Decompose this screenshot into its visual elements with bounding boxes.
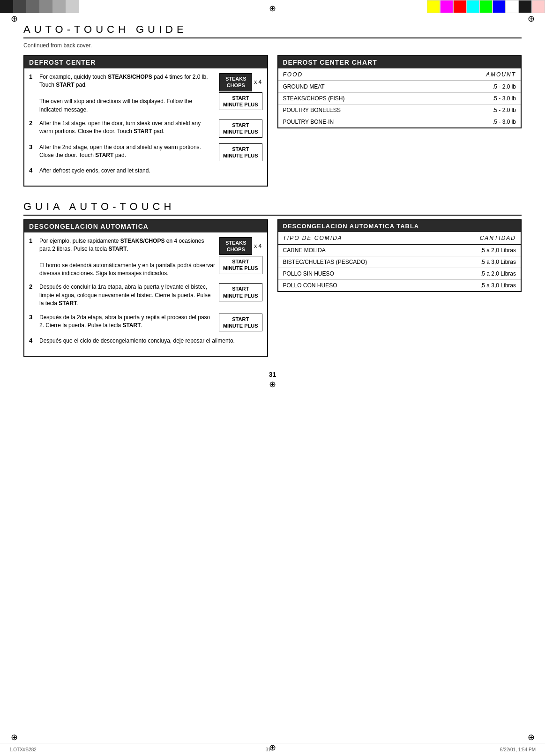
defrost-center-box: DEFROST CENTER 1 For example, quickly to… <box>23 55 268 187</box>
col-amount-es: CANTIDAD <box>441 232 521 245</box>
chart-food-en: GROUND MEAT <box>278 81 434 93</box>
footer-center-page: 31 <box>266 747 271 752</box>
defrost-center-content: 1 For example, quickly touch STEAKS/CHOP… <box>24 68 267 186</box>
steps-list-es: 1 Por ejemplo, pulse rapidamente STEAKS/… <box>29 237 262 345</box>
english-section: AUTO-TOUCH GUIDE Continued from back cov… <box>23 23 522 187</box>
defrost-center-content-es: 1 Por ejemplo, pulse rapidamente STEAKS/… <box>24 232 267 356</box>
chart-food-es: POLLO CON HUESO <box>278 279 441 291</box>
step-2-buttons-es: STARTMINUTE PLUS <box>219 283 262 301</box>
reg-mark-tr: ⊕ <box>526 14 536 23</box>
reg-mark-tl: ⊕ <box>9 14 19 23</box>
start-minute-plus-button-es-1[interactable]: STARTMINUTE PLUS <box>219 256 262 274</box>
defrost-chart-box-en: DEFROST CENTER CHART FOOD AMOUNT GROUND … <box>277 55 522 128</box>
chart-row-en: POULTRY BONE-IN.5 - 3.0 lb <box>278 116 521 128</box>
step-3-buttons-en: STARTMINUTE PLUS <box>219 143 262 162</box>
english-two-col: DEFROST CENTER 1 For example, quickly to… <box>23 55 522 187</box>
defrost-chart-box-es: DESCONGELACION AUTOMATICA TABLA TIPO DE … <box>277 219 522 292</box>
spanish-page-title: GUIA AUTO-TOUCH <box>23 201 522 216</box>
color-swatch <box>52 0 66 13</box>
step-3-es: 3 Después de la 2da etapa, abra la puert… <box>29 314 262 332</box>
chart-amount-en: .5 - 2.0 lb <box>434 105 521 116</box>
color-swatch <box>13 0 26 13</box>
step-1-text-en: For example, quickly touch STEAKS/CHOPS … <box>39 73 215 114</box>
continued-text: Continued from back cover. <box>23 42 522 49</box>
chart-row-es: BISTEC/CHULETAS (PESCADO),5 a 3,0 Libras <box>278 256 521 268</box>
spanish-section: GUIA AUTO-TOUCH DESCONGELACION AUTOMATIC… <box>23 201 522 357</box>
chart-row-es: CARNE MOLIDA,5 a 2,0 Libras <box>278 244 521 256</box>
color-swatch <box>427 0 440 13</box>
chart-food-en: POULTRY BONE-IN <box>278 116 434 128</box>
chart-row-en: GROUND MEAT.5 - 2.0 lb <box>278 81 521 93</box>
chart-food-en: STEAKS/CHOPS (FISH) <box>278 93 434 105</box>
start-minute-plus-button-3[interactable]: STARTMINUTE PLUS <box>219 143 262 162</box>
reg-mark-center-mid: ⊕ <box>268 380 277 389</box>
chart-row-en: POULTRY BONELESS.5 - 2.0 lb <box>278 105 521 116</box>
step-3-text-en: After the 2nd stage, open the door and s… <box>39 143 215 160</box>
step-2-es: 2 Después de concluir la 1ra etapa, abra… <box>29 283 262 307</box>
step-number-4-es: 4 <box>29 337 36 344</box>
start-minute-plus-button-es-2[interactable]: STARTMINUTE PLUS <box>219 283 262 301</box>
step-4-es: 4 Después que el ciclo de descongelamien… <box>29 337 262 345</box>
steaks-chops-button-1[interactable]: STEAKSCHOPS <box>219 73 252 91</box>
chart-amount-en: .5 - 3.0 lb <box>434 116 521 128</box>
chart-amount-en: .5 - 2.0 lb <box>434 81 521 93</box>
step-number-3-es: 3 <box>29 314 36 321</box>
defrost-center-header-es: DESCONGELACION AUTOMATICA <box>24 220 267 232</box>
step-1-en: 1 For example, quickly touch STEAKS/CHOP… <box>29 73 262 114</box>
steaks-chops-button-es-1[interactable]: STEAKSCHOPS <box>219 237 252 255</box>
chart-food-es: POLLO SIN HUESO <box>278 268 441 279</box>
color-swatch <box>440 0 453 13</box>
chart-amount-en: .5 - 3.0 lb <box>434 93 521 105</box>
step-number-4-en: 4 <box>29 167 36 174</box>
col-food-en: FOOD <box>278 68 434 81</box>
step-2-buttons-en: STARTMINUTE PLUS <box>219 120 262 138</box>
step-4-en: 4 After defrost cycle ends, cover and le… <box>29 167 262 175</box>
x-label-1: x 4 <box>254 79 261 85</box>
reg-mark-br: ⊕ <box>526 733 536 742</box>
step-number-1-es: 1 <box>29 237 36 244</box>
start-minute-plus-button-2[interactable]: STARTMINUTE PLUS <box>219 120 262 138</box>
color-swatch <box>453 0 466 13</box>
chart-amount-es: ,5 a 3,0 Libras <box>441 279 521 291</box>
color-swatch <box>39 0 52 13</box>
defrost-chart-right: DEFROST CENTER CHART FOOD AMOUNT GROUND … <box>277 55 522 187</box>
step-2-text-en: After the 1st stage, open the door, turn… <box>39 120 215 136</box>
step-2-en: 2 After the 1st stage, open the door, tu… <box>29 120 262 138</box>
chart-row-en: STEAKS/CHOPS (FISH).5 - 3.0 lb <box>278 93 521 105</box>
step-number-2-en: 2 <box>29 120 36 127</box>
step-1-es: 1 Por ejemplo, pulse rapidamente STEAKS/… <box>29 237 262 278</box>
color-swatch <box>519 0 532 13</box>
defrost-chart-header-es: DESCONGELACION AUTOMATICA TABLA <box>278 220 521 232</box>
defrost-chart-header-en: DEFROST CENTER CHART <box>278 56 521 68</box>
defrost-center-left-es: DESCONGELACION AUTOMATICA 1 Por ejemplo,… <box>23 219 268 357</box>
color-swatch <box>0 0 13 13</box>
color-swatch <box>506 0 519 13</box>
step-1-buttons-en: STEAKSCHOPS x 4 STARTMINUTE PLUS <box>219 73 262 110</box>
step-1-button-row-en: STEAKSCHOPS x 4 <box>219 73 261 91</box>
col-amount-en: AMOUNT <box>434 68 521 81</box>
step-number-3-en: 3 <box>29 143 36 150</box>
chart-row-es: POLLO SIN HUESO,5 a 2,0 Libras <box>278 268 521 279</box>
start-minute-plus-button-es-3[interactable]: STARTMINUTE PLUS <box>219 314 262 332</box>
step-number-1-en: 1 <box>29 73 36 80</box>
reg-mark-center-top: ⊕ <box>268 4 277 13</box>
color-swatch <box>26 0 39 13</box>
spanish-two-col: DESCONGELACION AUTOMATICA 1 Por ejemplo,… <box>23 219 522 357</box>
chart-food-es: BISTEC/CHULETAS (PESCADO) <box>278 256 441 268</box>
footer-left-code: 1.OTX#B282 <box>9 747 37 752</box>
step-4-text-en: After defrost cycle ends, cover and let … <box>39 167 262 175</box>
step-1-button-row-es: STEAKSCHOPS x 4 <box>219 237 261 255</box>
defrost-chart-table-es: TIPO DE COMIDA CANTIDAD CARNE MOLIDA,5 a… <box>278 232 521 291</box>
step-1-buttons-es: STEAKSCHOPS x 4 STARTMINUTE PLUS <box>219 237 262 274</box>
defrost-center-box-es: DESCONGELACION AUTOMATICA 1 Por ejemplo,… <box>23 219 268 357</box>
color-swatch <box>479 0 493 13</box>
chart-food-es: CARNE MOLIDA <box>278 244 441 256</box>
x-label-es-1: x 4 <box>254 243 261 249</box>
color-swatch <box>493 0 506 13</box>
defrost-center-left: DEFROST CENTER 1 For example, quickly to… <box>23 55 268 187</box>
step-2-text-es: Después de concluir la 1ra etapa, abra l… <box>39 283 215 307</box>
start-minute-plus-button-1[interactable]: STARTMINUTE PLUS <box>219 92 262 111</box>
footer-right-date: 6/22/01, 1:54 PM <box>500 747 536 752</box>
chart-food-en: POULTRY BONELESS <box>278 105 434 116</box>
chart-amount-es: ,5 a 3,0 Libras <box>441 256 521 268</box>
